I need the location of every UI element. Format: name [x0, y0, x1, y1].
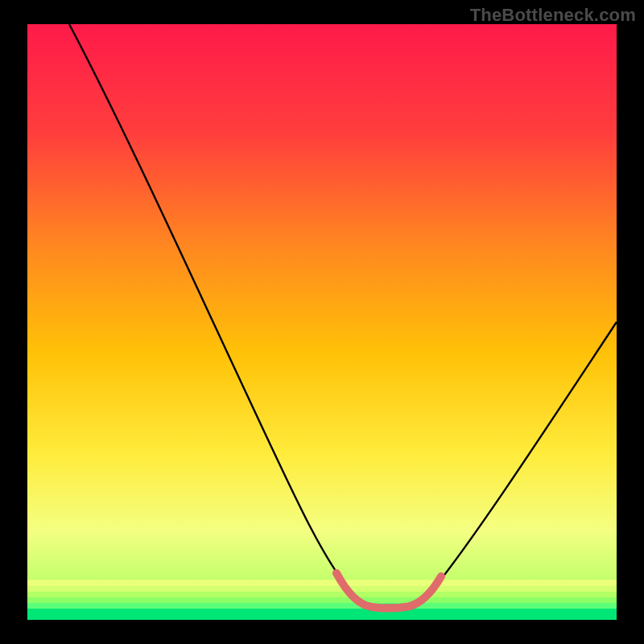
svg-rect-5 — [27, 609, 617, 620]
svg-rect-3 — [27, 597, 617, 603]
svg-rect-2 — [27, 592, 617, 597]
bottom-bands — [27, 580, 617, 620]
chart-svg — [0, 0, 644, 644]
svg-rect-1 — [27, 586, 617, 592]
watermark-text: TheBottleneck.com — [470, 5, 636, 26]
svg-rect-0 — [27, 580, 617, 586]
svg-rect-4 — [27, 603, 617, 609]
chart-frame: TheBottleneck.com — [0, 0, 644, 644]
plot-background — [27, 24, 617, 620]
